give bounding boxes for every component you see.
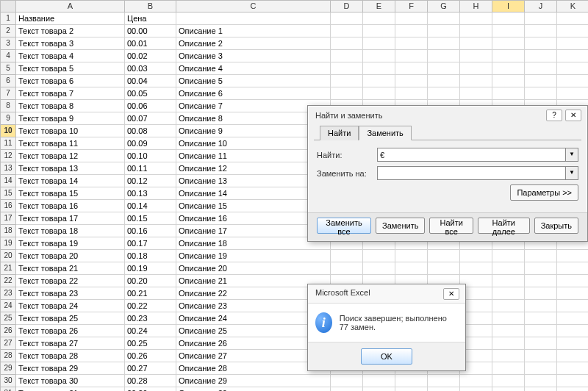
cell[interactable] [557, 250, 588, 262]
cell[interactable] [428, 25, 460, 37]
row-header[interactable]: 10 [0, 125, 16, 137]
cell[interactable] [395, 37, 428, 50]
row-header[interactable]: 12 [0, 150, 16, 162]
cell[interactable] [460, 37, 492, 50]
cell[interactable]: Текст товара 16 [16, 200, 125, 212]
cell[interactable]: Текст товара 14 [16, 175, 125, 187]
row-header[interactable]: 5 [0, 62, 16, 75]
cell[interactable] [395, 262, 428, 275]
cell[interactable]: Текст товара 17 [16, 212, 125, 225]
cell[interactable] [363, 50, 395, 62]
cell[interactable] [363, 12, 395, 25]
cell[interactable]: Текст товара 26 [16, 325, 125, 337]
cell[interactable]: 00.21 [125, 287, 176, 300]
column-header-B[interactable]: B [125, 0, 176, 12]
cell[interactable]: Текст товара 23 [16, 287, 125, 300]
cell[interactable]: Описание 29 [176, 375, 331, 387]
cell[interactable] [331, 12, 363, 25]
cell[interactable]: Текст товара 22 [16, 275, 125, 287]
cell[interactable] [557, 87, 588, 100]
cell[interactable] [428, 375, 460, 387]
cell[interactable] [460, 375, 492, 387]
cell[interactable]: 00.28 [125, 375, 176, 387]
row-header[interactable]: 3 [0, 37, 16, 50]
cell[interactable] [557, 62, 588, 75]
cell[interactable]: Текст товара 10 [16, 125, 125, 137]
cell[interactable] [492, 250, 525, 262]
cell[interactable]: 00.13 [125, 187, 176, 200]
cell[interactable] [395, 75, 428, 87]
cell[interactable] [395, 25, 428, 37]
row-header[interactable]: 22 [0, 275, 16, 287]
cell[interactable]: Текст товара 21 [16, 262, 125, 275]
cell[interactable]: Текст товара 28 [16, 350, 125, 362]
cell[interactable] [525, 37, 557, 50]
cell[interactable] [525, 287, 557, 300]
find-next-button[interactable]: Найти далее [478, 218, 530, 234]
cell[interactable]: Текст товара 11 [16, 137, 125, 150]
ok-button[interactable]: OK [361, 348, 412, 365]
cell[interactable] [363, 387, 395, 391]
cell[interactable] [525, 50, 557, 62]
cell[interactable] [363, 37, 395, 50]
close-icon[interactable]: ✕ [565, 110, 581, 121]
cell[interactable]: Текст товара 27 [16, 337, 125, 350]
cell[interactable] [557, 337, 588, 350]
cell[interactable]: 00.11 [125, 162, 176, 175]
cell[interactable]: Текст товара 15 [16, 187, 125, 200]
cell[interactable]: Текст товара 20 [16, 250, 125, 262]
column-header-K[interactable]: K [557, 0, 588, 12]
cell[interactable] [525, 62, 557, 75]
cell[interactable] [363, 375, 395, 387]
cell[interactable]: Текст товара 25 [16, 312, 125, 325]
cell[interactable]: Описание 20 [176, 262, 331, 275]
messagebox-titlebar[interactable]: Microsoft Excel ✕ [308, 284, 465, 304]
row-header[interactable]: 26 [0, 325, 16, 337]
cell[interactable] [331, 375, 363, 387]
row-header[interactable]: 19 [0, 237, 16, 250]
cell[interactable] [525, 325, 557, 337]
cell[interactable] [492, 387, 525, 391]
cell[interactable]: 00.07 [125, 112, 176, 125]
cell[interactable] [525, 300, 557, 312]
cell[interactable] [492, 312, 525, 325]
row-header[interactable]: 31 [0, 387, 16, 391]
row-header[interactable]: 27 [0, 337, 16, 350]
cell[interactable] [557, 12, 588, 25]
cell[interactable]: Текст товара 31 [16, 387, 125, 391]
cell[interactable]: Название [16, 12, 125, 25]
cell[interactable]: Текст товара 29 [16, 362, 125, 375]
cell[interactable]: 00.02 [125, 50, 176, 62]
row-header[interactable]: 21 [0, 262, 16, 275]
column-header-G[interactable]: G [428, 0, 460, 12]
cell[interactable] [557, 350, 588, 362]
row-header[interactable]: 28 [0, 350, 16, 362]
cell[interactable] [557, 312, 588, 325]
cell[interactable] [492, 262, 525, 275]
cell[interactable] [428, 62, 460, 75]
cell[interactable] [492, 62, 525, 75]
row-header[interactable]: 29 [0, 362, 16, 375]
close-icon[interactable]: ✕ [443, 288, 459, 300]
cell[interactable]: 00.25 [125, 337, 176, 350]
replace-all-button[interactable]: Заменить все [317, 218, 371, 234]
find-all-button[interactable]: Найти все [429, 218, 473, 234]
cell[interactable] [492, 37, 525, 50]
cell[interactable] [176, 12, 331, 25]
cell[interactable]: 00.05 [125, 87, 176, 100]
column-header-C[interactable]: C [176, 0, 331, 12]
cell[interactable] [557, 300, 588, 312]
cell[interactable] [492, 325, 525, 337]
cell[interactable] [331, 75, 363, 87]
cell[interactable] [492, 75, 525, 87]
tab-find[interactable]: Найти [320, 126, 359, 140]
cell[interactable]: 00.04 [125, 75, 176, 87]
cell[interactable]: Описание 6 [176, 87, 331, 100]
cell[interactable] [557, 375, 588, 387]
column-header-E[interactable]: E [363, 0, 395, 12]
cell[interactable] [525, 87, 557, 100]
cell[interactable] [331, 62, 363, 75]
cell[interactable] [557, 75, 588, 87]
cell[interactable] [331, 37, 363, 50]
row-header[interactable]: 30 [0, 375, 16, 387]
